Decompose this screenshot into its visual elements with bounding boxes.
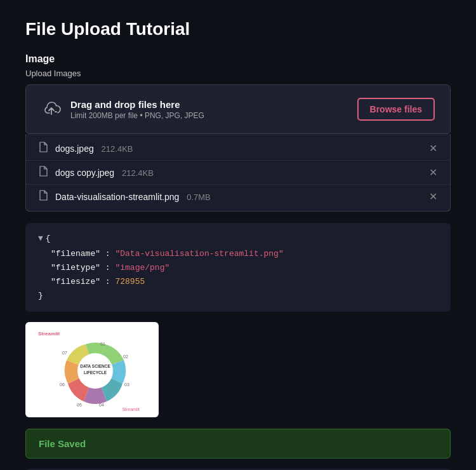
file-saved-banner: File Saved (25, 429, 451, 459)
file-icon (39, 166, 48, 179)
file-remove-button[interactable]: ✕ (429, 144, 437, 154)
file-item: dogs.jpeg 212.4KB ✕ (26, 137, 450, 161)
file-name: dogs.jpeg 212.4KB (55, 144, 421, 154)
svg-text:Streamlit: Streamlit (122, 407, 140, 412)
diagram-svg: Streamlit DATA SCIENCE LIFECYCLE (32, 325, 152, 414)
json-key-filesize: "filesize" (51, 277, 100, 286)
browse-files-button[interactable]: Browse files (357, 98, 435, 121)
svg-text:01: 01 (100, 342, 105, 346)
image-preview: Streamlit DATA SCIENCE LIFECYCLE (25, 322, 159, 417)
upload-label: Upload Images (25, 69, 451, 78)
file-name: Data-visualisation-streamlit.png 0.7MB (55, 192, 421, 202)
dropzone[interactable]: Drag and drop files here Limit 200MB per… (25, 84, 451, 134)
svg-text:03: 03 (124, 382, 129, 387)
svg-text:Streamlit: Streamlit (38, 331, 60, 337)
svg-text:LIFECYCLE: LIFECYCLE (84, 370, 107, 375)
json-open-brace: { (46, 232, 51, 246)
json-collapse-icon: ▼ (38, 232, 43, 246)
file-icon (39, 142, 48, 155)
json-val-filesize: 728955 (115, 277, 145, 286)
dropzone-limit: Limit 200MB per file • PNG, JPG, JPEG (70, 111, 204, 120)
page-title: File Upload Tutorial (25, 19, 451, 39)
cloud-upload-icon (41, 99, 62, 120)
json-close-brace: } (38, 289, 438, 303)
svg-text:04: 04 (99, 403, 104, 407)
json-key-filetype: "filetype" (51, 263, 100, 272)
file-item: dogs copy.jpeg 212.4KB ✕ (26, 161, 450, 185)
svg-text:06: 06 (60, 382, 65, 387)
file-size: 0.7MB (187, 192, 211, 202)
file-remove-button[interactable]: ✕ (429, 192, 437, 202)
svg-text:05: 05 (77, 403, 82, 407)
file-list: dogs.jpeg 212.4KB ✕ dogs copy.jpeg 212.4… (25, 134, 451, 211)
section-label: Image (25, 53, 451, 65)
svg-text:07: 07 (62, 351, 67, 355)
svg-text:DATA SCIENCE: DATA SCIENCE (80, 364, 110, 368)
json-val-filetype: "image/png" (115, 263, 169, 272)
file-item: Data-visualisation-streamlit.png 0.7MB ✕ (26, 185, 450, 208)
file-size: 212.4KB (122, 168, 154, 178)
json-val-filename: "Data-visualisation-streamlit.png" (115, 249, 283, 258)
svg-text:02: 02 (123, 354, 128, 359)
json-key-filename: "filename" (51, 249, 100, 258)
dropzone-text: Drag and drop files here (70, 99, 204, 110)
json-output-block: ▼ { "filename" : "Data-visualisation-str… (25, 223, 451, 312)
file-remove-button[interactable]: ✕ (429, 168, 437, 178)
file-icon (39, 190, 48, 203)
file-name: dogs copy.jpeg 212.4KB (55, 168, 421, 178)
file-size: 212.4KB (102, 144, 133, 154)
